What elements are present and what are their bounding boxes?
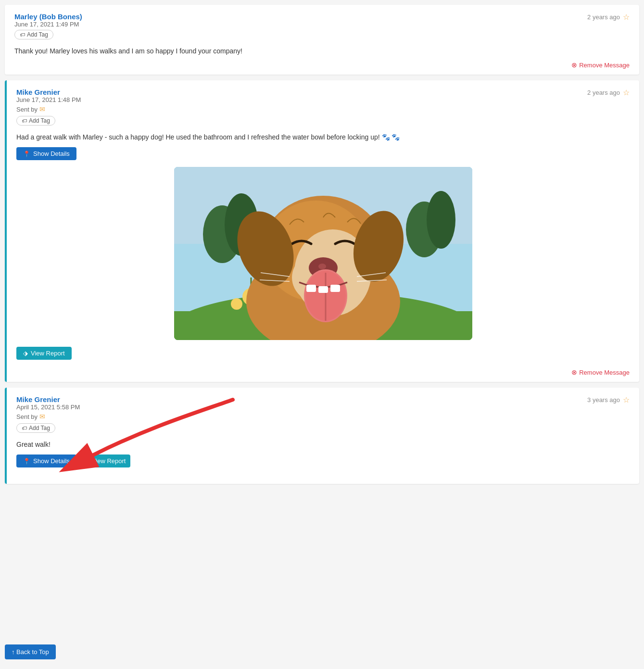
remove-message-2[interactable]: ⊗ Remove Message xyxy=(16,368,630,376)
date-line-3: April 15, 2021 5:58 PM xyxy=(16,404,80,411)
star-icon-3[interactable]: ☆ xyxy=(623,395,630,404)
sender-name-2: Mike Grenier xyxy=(16,88,81,96)
view-report-button-3[interactable]: ⬗ View Report xyxy=(80,454,131,467)
tag-icon-2: 🏷 xyxy=(22,118,27,124)
remove-icon-1: ⊗ xyxy=(571,61,577,69)
message-body-2: Had a great walk with Marley - such a ha… xyxy=(16,132,630,142)
dog-image-container xyxy=(16,167,630,340)
show-details-button-3[interactable]: 📍 Show Details xyxy=(16,454,76,467)
sent-by-line-2: Sent by ✉ xyxy=(16,105,81,113)
svg-point-19 xyxy=(318,264,326,269)
message-card-2: Mike Grenier June 17, 2021 1:48 PM Sent … xyxy=(5,80,639,382)
pin-icon-2: 📍 xyxy=(23,151,30,157)
email-icon-2: ✉ xyxy=(39,105,45,113)
show-details-button-2[interactable]: 📍 Show Details xyxy=(16,147,76,160)
date-line-1: June 17, 2021 1:49 PM xyxy=(14,21,82,28)
remove-icon-2: ⊗ xyxy=(571,368,577,376)
time-ago-2: 2 years ago ☆ xyxy=(587,88,630,97)
star-icon-1[interactable]: ☆ xyxy=(623,13,630,22)
bottom-actions-3: 📍 Show Details ⬗ View Report xyxy=(16,454,630,467)
message-body-1: Thank you! Marley loves his walks and I … xyxy=(14,46,630,56)
view-report-button-2[interactable]: ⬗ View Report xyxy=(16,347,72,360)
tag-icon-1: 🏷 xyxy=(20,32,25,38)
svg-point-12 xyxy=(231,298,242,310)
message-header-3: Mike Grenier April 15, 2021 5:58 PM Sent… xyxy=(16,395,630,438)
dog-photo xyxy=(174,167,472,340)
message-header-1: Marley (Bob Bones) June 17, 2021 1:49 PM… xyxy=(14,13,630,44)
sender-name-3: Mike Grenier xyxy=(16,395,80,404)
message-body-3: Great walk! xyxy=(16,440,630,450)
remove-message-1[interactable]: ⊗ Remove Message xyxy=(14,61,630,69)
add-tag-button-3[interactable]: 🏷 Add Tag xyxy=(16,423,55,433)
svg-rect-24 xyxy=(318,286,328,293)
svg-point-5 xyxy=(427,191,455,249)
message-card-1: Marley (Bob Bones) June 17, 2021 1:49 PM… xyxy=(5,5,639,75)
svg-rect-23 xyxy=(306,285,316,292)
message-header-2: Mike Grenier June 17, 2021 1:48 PM Sent … xyxy=(16,88,630,130)
sender-name-1: Marley (Bob Bones) xyxy=(14,13,82,21)
time-ago-3: 3 years ago ☆ xyxy=(587,395,630,404)
star-icon-2[interactable]: ☆ xyxy=(623,88,630,97)
email-icon-3: ✉ xyxy=(39,413,45,420)
sent-by-line-3: Sent by ✉ xyxy=(16,413,80,420)
svg-rect-25 xyxy=(330,285,340,292)
tag-icon-3: 🏷 xyxy=(22,425,27,431)
report-icon-2: ⬗ xyxy=(23,350,28,357)
time-ago-1: 2 years ago ☆ xyxy=(587,13,630,22)
add-tag-button-2[interactable]: 🏷 Add Tag xyxy=(16,116,55,126)
message-card-3: Mike Grenier April 15, 2021 5:58 PM Sent… xyxy=(5,388,639,484)
report-icon-3: ⬗ xyxy=(85,457,90,465)
add-tag-button-1[interactable]: 🏷 Add Tag xyxy=(14,30,53,39)
pin-icon-3: 📍 xyxy=(23,458,30,465)
date-line-2: June 17, 2021 1:48 PM xyxy=(16,96,81,103)
